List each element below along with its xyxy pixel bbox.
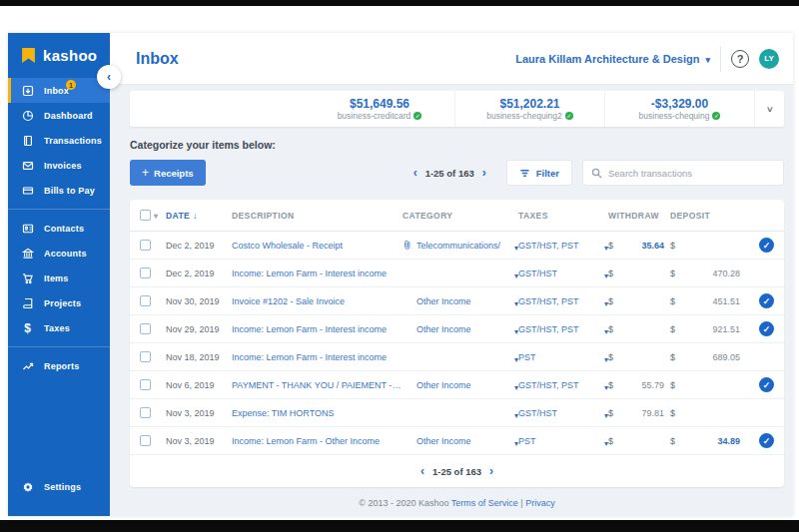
trend-chart-icon <box>21 359 34 372</box>
account-balance-chequing[interactable]: -$3,329.00 business-chequing <box>604 91 754 127</box>
sidebar-item-bills-to-pay[interactable]: Bills to Pay <box>8 178 110 203</box>
account-balance-creditcard[interactable]: $51,649.56 business-creditcard <box>305 91 454 127</box>
sidebar-item-label: Contacts <box>44 224 84 234</box>
taxes-dropdown[interactable]: GST/HST <box>518 265 608 282</box>
sidebar-divider <box>8 346 110 347</box>
deposit-amount: 470.28 <box>712 268 740 278</box>
taxes-dropdown[interactable]: PST <box>518 348 608 366</box>
table-row: Nov 6, 2019 PAYMENT - THANK YOU / PAIEME… <box>130 371 784 399</box>
row-checkbox[interactable] <box>140 407 151 418</box>
column-header-deposit: DEPOSIT <box>670 211 746 221</box>
category-dropdown[interactable]: Other Income <box>402 320 518 338</box>
sidebar-item-inbox[interactable]: Inbox 1 <box>8 78 110 103</box>
category-dropdown[interactable] <box>402 404 518 422</box>
approved-check-button[interactable] <box>759 377 774 392</box>
row-checkbox[interactable] <box>140 379 151 390</box>
sidebar-item-settings[interactable]: Settings <box>8 472 110 502</box>
sidebar-item-invoices[interactable]: Invoices <box>8 153 110 178</box>
select-menu-caret-icon[interactable] <box>154 211 158 221</box>
table-row: Nov 30, 2019 Invoice #1202 - Sale Invoic… <box>130 287 784 315</box>
sidebar-item-label: Transactions <box>44 136 102 146</box>
synced-check-icon <box>565 112 573 120</box>
deposit-amount: 921.51 <box>712 324 740 334</box>
sidebar-item-transactions[interactable]: Transactions <box>8 128 110 153</box>
currency-symbol: $ <box>670 380 675 390</box>
taxes-dropdown[interactable]: PST <box>518 432 608 450</box>
sidebar-item-label: Reports <box>44 361 79 371</box>
plus-icon <box>142 166 149 180</box>
sidebar-item-contacts[interactable]: Contacts <box>8 216 110 241</box>
filter-button[interactable]: Filter <box>506 160 572 186</box>
select-all-checkbox[interactable] <box>140 210 151 221</box>
help-button[interactable]: ? <box>731 50 749 68</box>
table-row: Nov 29, 2019 Income: Lemon Farm - Intere… <box>130 315 784 343</box>
category-dropdown[interactable]: Telecommunications/ <box>402 237 518 255</box>
withdraw-amount: 35.64 <box>641 241 664 251</box>
row-description-link[interactable]: Invoice #1202 - Sale Invoice <box>232 296 402 306</box>
row-description-link[interactable]: Income: Lemon Farm - Interest income <box>232 268 402 278</box>
approved-check-button[interactable] <box>759 293 774 308</box>
row-checkbox[interactable] <box>140 323 151 334</box>
row-checkbox[interactable] <box>140 240 151 251</box>
sidebar-item-reports[interactable]: Reports <box>8 353 110 378</box>
avatar[interactable]: LY <box>759 49 779 69</box>
currency-symbol: $ <box>670 324 675 334</box>
row-description-link[interactable]: Costco Wholesale - Receipt <box>232 241 402 251</box>
row-checkbox[interactable] <box>140 295 151 306</box>
sidebar-item-items[interactable]: Items <box>8 266 110 290</box>
currency-symbol: $ <box>608 324 613 334</box>
terms-link[interactable]: Terms of Service <box>451 498 518 508</box>
category-dropdown[interactable] <box>402 265 518 282</box>
next-page-button[interactable]: › <box>489 465 493 477</box>
sidebar-item-accounts[interactable]: Accounts <box>8 241 110 266</box>
row-description-link[interactable]: PAYMENT - THANK YOU / PAIEMENT - MERCI <box>232 380 402 390</box>
footer-copyright: © 2013 - 2020 Kashoo Terms of Service | … <box>130 498 784 508</box>
approved-check-button[interactable] <box>759 433 774 448</box>
filter-icon <box>519 168 530 179</box>
prev-page-button[interactable]: ‹ <box>420 465 424 477</box>
taxes-dropdown[interactable]: GST/HST, PST <box>518 376 608 394</box>
privacy-link[interactable]: Privacy <box>525 498 555 508</box>
table-row: Dec 2, 2019 Income: Lemon Farm - Interes… <box>130 260 784 287</box>
sidebar-collapse-button[interactable] <box>97 65 121 89</box>
column-header-date[interactable]: DATE <box>166 211 232 221</box>
add-receipts-button[interactable]: Receipts <box>130 160 206 186</box>
category-dropdown[interactable]: Other Income <box>402 292 518 310</box>
receipts-button-label: Receipts <box>154 168 194 179</box>
row-description-link[interactable]: Income: Lemon Farm - Other Income <box>232 436 402 446</box>
approved-check-button[interactable] <box>759 238 774 253</box>
category-dropdown[interactable]: Other Income <box>402 376 518 394</box>
row-checkbox[interactable] <box>140 351 151 362</box>
taxes-value: GST/HST <box>518 268 557 278</box>
prev-page-button[interactable]: ‹ <box>413 167 417 179</box>
taxes-dropdown[interactable]: GST/HST, PST <box>518 292 608 310</box>
category-dropdown[interactable]: Other Income <box>402 432 518 450</box>
row-checkbox[interactable] <box>140 435 151 446</box>
sort-desc-icon <box>190 211 198 221</box>
balance-expand-button[interactable] <box>754 91 784 127</box>
row-description-link[interactable]: Expense: TIM HORTONS <box>232 408 402 418</box>
categorize-heading: Categorize your items below: <box>130 139 784 151</box>
taxes-dropdown[interactable]: GST/HST <box>518 404 608 422</box>
sidebar-divider <box>8 209 110 210</box>
row-description-link[interactable]: Income: Lemon Farm - Interest income <box>232 352 402 362</box>
company-selector[interactable]: Laura Killam Architecture & Design <box>515 53 710 65</box>
search-icon <box>591 168 602 179</box>
journal-icon <box>21 134 34 147</box>
category-dropdown[interactable] <box>402 348 518 366</box>
sidebar-item-taxes[interactable]: $ Taxes <box>8 315 110 340</box>
next-page-button[interactable]: › <box>482 167 486 179</box>
row-checkbox[interactable] <box>140 267 151 278</box>
envelope-icon <box>21 159 34 172</box>
taxes-dropdown[interactable]: GST/HST, PST <box>518 320 608 338</box>
currency-symbol: $ <box>670 352 675 362</box>
account-balance-chequing2[interactable]: $51,202.21 business-chequing2 <box>454 91 604 127</box>
sidebar-item-projects[interactable]: Projects <box>8 290 110 315</box>
row-description-link[interactable]: Income: Lemon Farm - Interest income <box>232 324 402 334</box>
taxes-dropdown[interactable]: GST/HST, PST <box>518 237 608 255</box>
table-row: Nov 18, 2019 Income: Lemon Farm - Intere… <box>130 343 784 371</box>
sidebar-item-dashboard[interactable]: Dashboard <box>8 103 110 128</box>
search-input[interactable] <box>608 168 775 179</box>
row-date: Nov 3, 2019 <box>166 436 232 446</box>
approved-check-button[interactable] <box>759 321 774 336</box>
